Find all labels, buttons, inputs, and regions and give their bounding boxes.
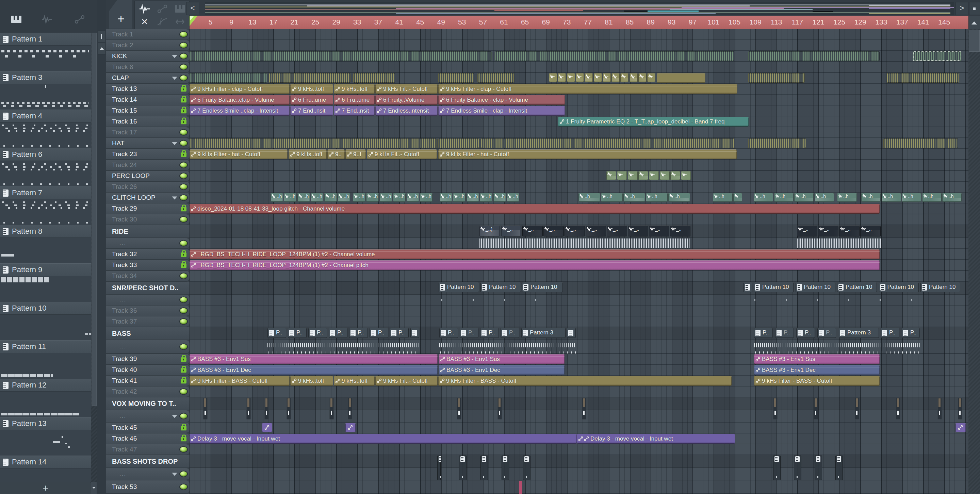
audio-clip[interactable]: ..h xyxy=(353,193,366,202)
track-row-track-30[interactable]: Track 30 xyxy=(106,214,189,225)
pattern-clip[interactable]: Pattern 10 xyxy=(879,282,919,292)
automation-clip[interactable]: 9 kHs Filter - hat - Cutoff xyxy=(189,149,288,159)
audio-clip[interactable]: _.. xyxy=(565,226,585,237)
track-row-bass[interactable]: BASS xyxy=(106,327,189,340)
delete-clip-icon[interactable]: ✕ xyxy=(139,17,150,27)
pattern-item[interactable]: Pattern 8 xyxy=(0,225,91,263)
pattern-clip[interactable] xyxy=(501,456,509,480)
audio-clip[interactable] xyxy=(617,171,627,180)
audio-clip[interactable]: ..h xyxy=(668,193,690,202)
add-pattern-button[interactable]: + xyxy=(0,483,91,494)
audio-clip[interactable] xyxy=(549,73,557,82)
audio-clip[interactable]: ..h xyxy=(646,193,668,202)
arrangement-minimap[interactable] xyxy=(205,2,954,15)
audio-clip[interactable]: ..h xyxy=(794,193,814,202)
automation-clip[interactable]: 9 kHs..toff xyxy=(288,149,327,159)
audio-clip[interactable] xyxy=(670,171,680,180)
audio-clip[interactable] xyxy=(457,398,461,419)
automation-clip[interactable]: 6 Fru..ume xyxy=(290,95,333,105)
panel-grip-button[interactable] xyxy=(98,31,106,42)
track-scroll-up-button[interactable] xyxy=(98,43,106,54)
automation-clip[interactable]: 9 kHs..toff xyxy=(290,376,333,386)
audio-clip[interactable]: ..h xyxy=(861,193,881,202)
audio-pattern-clip[interactable] xyxy=(481,138,734,148)
pattern-clip[interactable]: Pattern 10 xyxy=(522,282,563,292)
audio-pattern-clip[interactable] xyxy=(353,73,395,83)
slide-tool-icon[interactable] xyxy=(156,17,168,27)
audio-clip[interactable]: ..h xyxy=(466,193,479,202)
pattern-clip[interactable] xyxy=(480,456,488,480)
automation-clip[interactable]: 7 End..nsit xyxy=(290,106,333,116)
pattern-clip[interactable]: Pattern 10 xyxy=(920,282,960,292)
automation-clip[interactable]: BASS #3 - Env1 Sus xyxy=(754,354,880,364)
pattern-clip[interactable]: Pattern 10 xyxy=(837,282,877,292)
audio-clip[interactable]: ..h xyxy=(393,193,406,202)
pattern-clip[interactable] xyxy=(523,456,530,480)
audio-clip[interactable] xyxy=(498,398,502,419)
automation-clip[interactable]: 6 Fruity Balanc..clap - Volume xyxy=(189,95,290,105)
audio-clip[interactable] xyxy=(286,398,291,419)
automation-clip[interactable] xyxy=(262,423,272,432)
audio-clip[interactable] xyxy=(611,73,620,82)
automation-clip[interactable]: 6 Fru..ume xyxy=(334,95,375,105)
mute-led[interactable] xyxy=(180,195,187,200)
automation-clip[interactable]: 9 kHs Fil..- Cutoff xyxy=(375,376,438,386)
audio-clip[interactable] xyxy=(582,398,586,419)
track-row-track-23[interactable]: Track 23 xyxy=(106,149,189,160)
pattern-clip[interactable]: P.. xyxy=(349,328,368,338)
audio-pattern-clip[interactable] xyxy=(495,51,734,61)
pattern-item[interactable]: Pattern 11 xyxy=(0,340,91,379)
audio-clip[interactable]: _.. xyxy=(839,226,859,237)
pattern-clip[interactable]: P.. xyxy=(501,328,519,338)
audio-pattern-clip[interactable] xyxy=(883,138,958,148)
audio-clip[interactable] xyxy=(576,73,584,82)
chevron-down-icon[interactable] xyxy=(172,415,177,418)
track-row--[interactable]: ... xyxy=(106,410,189,423)
automation-clip[interactable]: 7 Endless..ntensit xyxy=(375,106,438,116)
audio-clip[interactable] xyxy=(264,398,269,419)
audio-pattern-clip[interactable] xyxy=(748,73,805,83)
audio-pattern-clip[interactable] xyxy=(913,51,961,61)
automation-clip[interactable]: 9 kHs Filter - BASS - Cutoff xyxy=(189,376,290,386)
audio-clip[interactable]: _.. xyxy=(585,226,606,237)
track-row-vox-moving-to-t-[interactable]: VOX MOVING TO T.. xyxy=(106,397,189,410)
pattern-item[interactable]: Pattern 9 xyxy=(0,263,91,302)
pattern-clip[interactable]: P.. xyxy=(775,328,794,338)
mute-led[interactable] xyxy=(180,308,187,313)
lock-icon[interactable] xyxy=(181,152,186,157)
audio-clip[interactable] xyxy=(585,73,593,82)
lock-icon[interactable] xyxy=(181,98,186,102)
pattern-clip[interactable] xyxy=(437,456,441,480)
stretch-tool-icon[interactable] xyxy=(174,17,186,27)
mute-led[interactable] xyxy=(180,447,187,452)
lock-icon[interactable] xyxy=(181,120,186,124)
automation-clip[interactable] xyxy=(345,423,356,432)
pattern-item[interactable]: Pattern 12 xyxy=(0,379,91,417)
pattern-item[interactable]: Pattern 6 xyxy=(0,148,91,186)
track-row-track-47[interactable]: Track 47 xyxy=(106,444,189,455)
track-row-track-13[interactable]: Track 13 xyxy=(106,84,189,95)
automation-clip[interactable]: _RGD_BS_TECH-H_RIDE_LOOP_124BPM (1) #2 -… xyxy=(189,249,880,259)
lock-icon[interactable] xyxy=(181,109,186,113)
audio-clip[interactable]: ..h xyxy=(311,193,323,202)
chevron-down-icon[interactable] xyxy=(172,76,177,79)
mute-led[interactable] xyxy=(180,484,187,489)
track-row--[interactable]: ... xyxy=(106,238,189,249)
lock-icon[interactable] xyxy=(181,426,186,430)
audio-clip[interactable]: _.. xyxy=(543,226,564,237)
automation-clip[interactable]: 9 kHs..toff xyxy=(334,376,375,386)
automation-clip[interactable]: BASS #3 - Env1 Dec xyxy=(439,365,565,375)
audio-clip[interactable] xyxy=(937,398,942,419)
automation-clip[interactable]: 9 kHs Filter - hat - Cutoff xyxy=(438,149,737,159)
audio-clip[interactable] xyxy=(896,398,900,419)
automation-clip[interactable]: Delay 3 - move vocal - Input wet xyxy=(577,434,735,444)
mute-led[interactable] xyxy=(180,414,187,419)
pattern-item[interactable]: Pattern 3 xyxy=(0,71,91,110)
mute-led[interactable] xyxy=(180,43,187,48)
audio-clip-mode-icon[interactable] xyxy=(139,4,150,14)
pattern-item[interactable]: Pattern 1 xyxy=(0,33,91,71)
pattern-clip[interactable]: P.. xyxy=(754,328,773,338)
automation-clip[interactable]: 9 kHs Filter - BASS - Cutoff xyxy=(438,376,732,386)
audio-clip[interactable] xyxy=(657,73,705,83)
audio-clip[interactable]: ..h xyxy=(480,193,492,202)
